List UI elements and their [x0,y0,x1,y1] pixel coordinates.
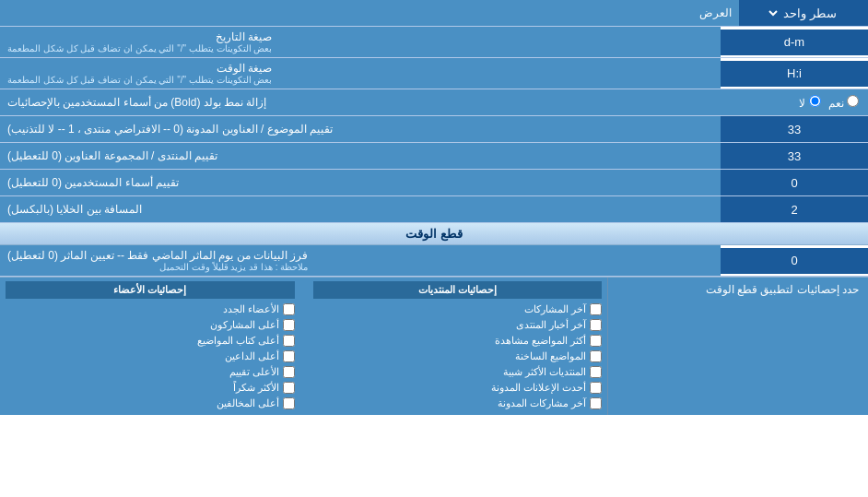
forum-order-input-wrapper[interactable] [721,143,868,169]
checkbox-latest-announcements[interactable] [590,382,602,394]
cut-time-row: فرز البيانات من يوم الماثر الماضي فقط --… [0,245,868,277]
stats-cols-inner: إحصائيات المنتديات آخر المشاركات آخر أخب… [6,281,602,411]
distance-input-wrapper[interactable] [721,196,868,222]
stats-forums-header: إحصائيات المنتديات [313,281,603,299]
bold-remove-label: إزالة نمط بولد (Bold) من أسماء المستخدمي… [0,89,790,115]
list-item: أحدث الإعلانات المدونة [313,380,603,396]
list-item: أعلى المخالفين [6,396,295,411]
usernames-order-input-wrapper[interactable] [721,170,868,195]
list-item: أعلى الداعين [6,349,295,364]
distance-input[interactable] [726,203,862,217]
checkbox-top-posters[interactable] [283,319,295,331]
date-format-input[interactable] [726,35,862,49]
time-format-label: صيغة الوقت بعض التكوينات يتطلب "/" التي … [0,58,721,89]
usernames-order-label: تقييم أسماء المستخدمين (0 للتعطيل) [0,170,721,195]
time-format-input[interactable] [726,66,862,80]
list-item: آخر المشاركات [313,302,603,317]
checkbox-most-thanked[interactable] [283,382,295,394]
stats-columns: إحصائيات المنتديات آخر المشاركات آخر أخب… [0,278,607,415]
checkbox-last-news[interactable] [590,319,602,331]
display-label: العرض [0,3,739,23]
checkbox-last-posts[interactable] [590,303,602,315]
usernames-order-input[interactable] [726,176,862,190]
stats-members-list: الأعضاء الجدد أعلى المشاركون أعلى كتاب ا… [6,302,295,411]
cut-time-label: فرز البيانات من يوم الماثر الماضي فقط --… [0,245,721,276]
usernames-order-row: تقييم أسماء المستخدمين (0 للتعطيل) [0,170,868,196]
forum-order-row: تقييم المنتدى / المجموعة العناوين (0 للت… [0,143,868,170]
bold-yes-label[interactable]: نعم [828,95,859,110]
cut-time-section-header: قطع الوقت [0,223,868,245]
stats-col-members: إحصائيات الأعضاء الأعضاء الجدد أعلى المش… [6,281,295,411]
bold-no-label[interactable]: لا [799,95,820,110]
topics-order-input-wrapper[interactable] [721,116,868,142]
date-format-input-wrapper[interactable] [721,30,868,55]
checkbox-top-rated[interactable] [283,366,295,378]
bold-yes-radio[interactable] [847,95,859,107]
checkbox-last-blog-posts[interactable] [590,397,602,409]
checkbox-top-inviters[interactable] [283,350,295,362]
stats-forums-list: آخر المشاركات آخر أخبار المنتدى أكثر الم… [313,302,603,411]
stats-apply-label: حدد إحصائيات لتطبيق قطع الوقت [607,278,868,415]
distance-label: المسافة بين الخلايا (بالبكسل) [0,196,721,222]
cut-time-input[interactable] [726,254,862,267]
stats-area: حدد إحصائيات لتطبيق قطع الوقت إحصائيات ا… [0,277,868,415]
checkbox-top-topic-writers[interactable] [283,335,295,347]
bold-no-radio[interactable] [809,95,821,107]
topics-order-label: تقييم الموضوع / العناوين المدونة (0 -- ا… [0,116,721,142]
cut-time-input-wrapper[interactable] [721,248,868,274]
forum-order-label: تقييم المنتدى / المجموعة العناوين (0 للت… [0,143,721,169]
date-format-row: صيغة التاريخ بعض التكوينات يتطلب "/" الت… [0,27,868,58]
bold-remove-controls: نعم لا [790,93,868,112]
list-item: الأعضاء الجدد [6,302,295,317]
display-row: سطر واحد سطرين ثلاثة أسطر العرض [0,0,868,27]
topics-order-row: تقييم الموضوع / العناوين المدونة (0 -- ا… [0,116,868,143]
date-format-label: صيغة التاريخ بعض التكوينات يتطلب "/" الت… [0,27,721,57]
list-item: أعلى المشاركون [6,317,295,333]
checkbox-similar-forums[interactable] [590,366,602,378]
list-item: المنتديات الأكثر شبية [313,364,603,380]
checkbox-top-violators[interactable] [283,397,295,409]
list-item: آخر أخبار المنتدى [313,317,603,333]
checkbox-most-viewed[interactable] [590,335,602,347]
list-item: أعلى كتاب المواضيع [6,333,295,349]
list-item: الأكثر شكراً [6,380,295,396]
topics-order-input[interactable] [726,123,862,136]
bold-remove-row: نعم لا إزالة نمط بولد (Bold) من أسماء ال… [0,89,868,116]
list-item: آخر مشاركات المدونة [313,396,603,411]
list-item: الأعلى تقييم [6,364,295,380]
forum-order-input[interactable] [726,149,862,163]
stats-col-forums: إحصائيات المنتديات آخر المشاركات آخر أخب… [313,281,603,411]
checkbox-new-members[interactable] [283,303,295,315]
list-item: المواضيع الساخنة [313,349,603,364]
display-select[interactable]: سطر واحد سطرين ثلاثة أسطر [767,6,840,21]
stats-members-header: إحصائيات الأعضاء [6,281,295,299]
time-format-row: صيغة الوقت بعض التكوينات يتطلب "/" التي … [0,58,868,89]
time-format-input-wrapper[interactable] [721,61,868,87]
checkbox-hot-topics[interactable] [590,350,602,362]
list-item: أكثر المواضيع مشاهدة [313,333,603,349]
distance-row: المسافة بين الخلايا (بالبكسل) [0,196,868,223]
display-select-wrapper[interactable]: سطر واحد سطرين ثلاثة أسطر [739,0,868,26]
